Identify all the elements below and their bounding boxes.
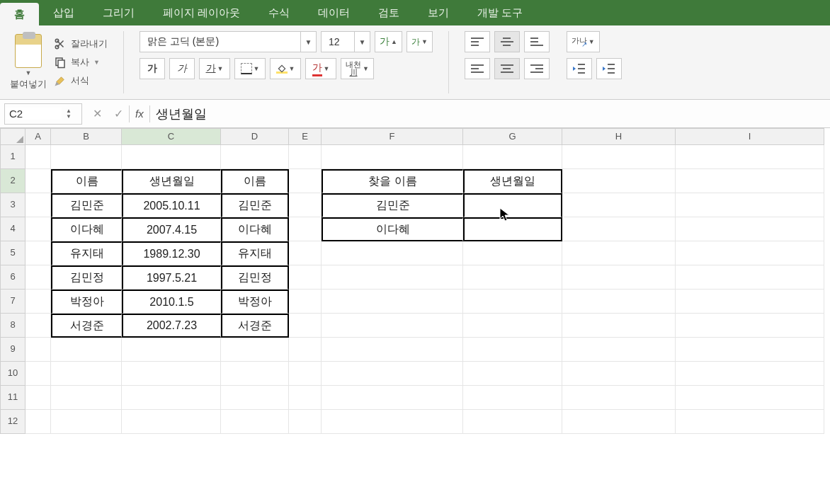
cell[interactable]: 김민정 xyxy=(221,265,289,290)
cell[interactable] xyxy=(562,145,676,169)
cell[interactable] xyxy=(289,338,322,362)
cell[interactable] xyxy=(289,314,322,338)
col-header-D[interactable]: D xyxy=(221,128,289,145)
copy-button[interactable]: 복사 ▼ xyxy=(54,55,100,70)
tab-home[interactable]: 홈 xyxy=(0,3,39,25)
cell[interactable]: 2007.4.15 xyxy=(122,217,221,241)
cell[interactable]: 박정아 xyxy=(51,290,122,314)
cell[interactable]: 1989.12.30 xyxy=(122,241,221,265)
shrink-font-button[interactable]: 가▼ xyxy=(407,31,433,52)
cell[interactable]: 이름 xyxy=(51,169,122,193)
cell[interactable] xyxy=(289,386,322,410)
cell[interactable] xyxy=(562,265,676,290)
fill-color-button[interactable]: ▼ xyxy=(270,58,301,79)
cell[interactable] xyxy=(122,410,221,434)
cell[interactable] xyxy=(289,410,322,434)
cell[interactable] xyxy=(289,193,322,217)
cell[interactable] xyxy=(25,338,51,362)
row-header-12[interactable]: 12 xyxy=(0,410,25,434)
cell[interactable] xyxy=(562,314,676,338)
cell[interactable] xyxy=(676,193,824,217)
cell[interactable] xyxy=(25,145,51,169)
underline-button[interactable]: 가▼ xyxy=(199,58,230,79)
cell[interactable] xyxy=(289,217,322,241)
align-bottom-button[interactable] xyxy=(524,31,550,52)
cell[interactable] xyxy=(562,217,676,241)
row-header-5[interactable]: 5 xyxy=(0,241,25,265)
cell[interactable] xyxy=(463,265,562,290)
cell[interactable]: 2005.10.11 xyxy=(122,193,221,217)
phonetic-guide-button[interactable]: 내천川▼ xyxy=(341,58,374,79)
cell[interactable] xyxy=(122,386,221,410)
cell[interactable] xyxy=(25,362,51,386)
italic-button[interactable]: 가 xyxy=(169,58,195,79)
bold-button[interactable]: 가 xyxy=(140,58,165,79)
cell[interactable] xyxy=(322,314,463,338)
cell[interactable] xyxy=(221,410,289,434)
col-header-E[interactable]: E xyxy=(289,128,322,145)
cell[interactable]: 김민준 xyxy=(51,193,122,217)
formula-input[interactable]: 생년월일 xyxy=(150,105,830,122)
cell[interactable] xyxy=(25,314,51,338)
cell[interactable]: 2010.1.5 xyxy=(122,290,221,314)
cell[interactable] xyxy=(25,410,51,434)
cell[interactable] xyxy=(562,193,676,217)
cell[interactable] xyxy=(25,217,51,241)
cell[interactable]: 이름 xyxy=(221,169,289,193)
cell[interactable] xyxy=(676,145,824,169)
row-header-6[interactable]: 6 xyxy=(0,265,25,290)
cell[interactable] xyxy=(289,241,322,265)
cell[interactable] xyxy=(25,265,51,290)
cell[interactable] xyxy=(463,386,562,410)
cell[interactable] xyxy=(463,241,562,265)
cell[interactable] xyxy=(25,290,51,314)
cell[interactable] xyxy=(463,145,562,169)
cell[interactable]: 김민정 xyxy=(51,265,122,290)
cell[interactable] xyxy=(463,217,562,241)
cell[interactable] xyxy=(221,145,289,169)
cancel-formula-button[interactable]: ✕ xyxy=(86,100,108,127)
cell[interactable] xyxy=(25,241,51,265)
cell[interactable]: 유지태 xyxy=(51,241,122,265)
cell[interactable] xyxy=(221,362,289,386)
cell[interactable]: 생년월일 xyxy=(122,169,221,193)
cell[interactable] xyxy=(676,217,824,241)
cell[interactable] xyxy=(463,290,562,314)
cell[interactable] xyxy=(562,386,676,410)
cell[interactable] xyxy=(676,362,824,386)
tab-view[interactable]: 보기 xyxy=(414,0,463,25)
row-header-1[interactable]: 1 xyxy=(0,145,25,169)
col-header-C[interactable]: C xyxy=(122,128,221,145)
cell[interactable] xyxy=(322,145,463,169)
cell[interactable] xyxy=(463,362,562,386)
align-middle-button[interactable] xyxy=(494,31,520,52)
cell[interactable]: 유지태 xyxy=(221,241,289,265)
cell[interactable]: 김민준 xyxy=(322,193,463,217)
cell[interactable] xyxy=(322,338,463,362)
wrap-text-button[interactable]: 가나↗▼ xyxy=(567,31,600,52)
cell[interactable]: 생년월일 xyxy=(463,169,562,193)
row-header-2[interactable]: 2 xyxy=(0,169,25,193)
cell[interactable] xyxy=(562,290,676,314)
col-header-F[interactable]: F xyxy=(322,128,463,145)
cell[interactable] xyxy=(51,386,122,410)
name-box[interactable]: ▲▼ xyxy=(4,103,82,125)
cell[interactable] xyxy=(51,410,122,434)
confirm-formula-button[interactable]: ✓ xyxy=(108,100,129,127)
cell[interactable] xyxy=(676,314,824,338)
name-box-input[interactable] xyxy=(5,108,62,120)
cell[interactable] xyxy=(221,338,289,362)
col-header-H[interactable]: H xyxy=(562,128,676,145)
col-header-A[interactable]: A xyxy=(25,128,51,145)
cell[interactable]: 서경준 xyxy=(221,314,289,338)
decrease-indent-button[interactable] xyxy=(567,58,592,79)
cell[interactable]: 2002.7.23 xyxy=(122,314,221,338)
font-color-button[interactable]: 가▼ xyxy=(305,58,336,79)
select-all-corner[interactable] xyxy=(0,128,25,145)
cell[interactable] xyxy=(676,290,824,314)
cell[interactable] xyxy=(562,169,676,193)
tab-data[interactable]: 데이터 xyxy=(304,0,364,25)
grow-font-button[interactable]: 가▲ xyxy=(375,31,402,52)
tab-review[interactable]: 검토 xyxy=(364,0,414,25)
cell[interactable] xyxy=(25,193,51,217)
